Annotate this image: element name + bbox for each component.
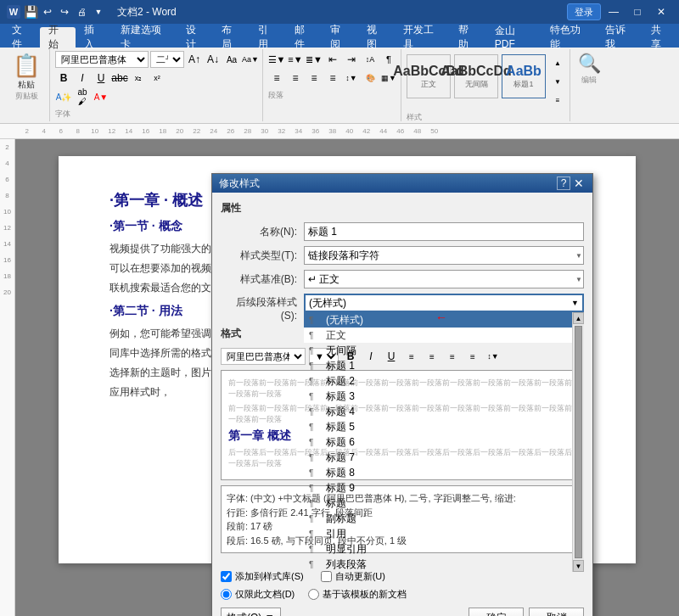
line-spacing-button[interactable]: ↕▼ — [343, 70, 360, 87]
tab-wps[interactable]: 金山PDF — [486, 27, 542, 48]
underline-button[interactable]: U — [93, 70, 109, 87]
dropdown-icon[interactable]: ▼ — [92, 5, 105, 19]
cancel-button[interactable]: 取消 — [529, 608, 584, 616]
style-scroll-up[interactable]: ▲ — [549, 54, 566, 71]
multilevel-button[interactable]: ≣▼ — [306, 51, 323, 68]
increase-indent-button[interactable]: ⇥ — [343, 51, 360, 68]
align-center-button[interactable]: ≡ — [287, 70, 304, 87]
dropdown-item-heading4[interactable]: ¶ 标题 4 — [304, 404, 572, 419]
title-controls: 登录 — □ ✕ — [567, 3, 672, 20]
strikethrough-button[interactable]: abc — [111, 70, 128, 87]
ribbon-tabs: 文件 开始 插入 新建选项卡 设计 布局 引用 邮件 审阅 视图 开发工具 帮助… — [0, 24, 679, 48]
bullets-button[interactable]: ☰▼ — [268, 51, 285, 68]
style-type-select[interactable]: 链接段落和字符 — [304, 246, 584, 265]
auto-update-checkbox[interactable] — [321, 571, 332, 582]
save-icon[interactable]: 💾 — [24, 5, 37, 19]
ok-button[interactable]: 确定 — [469, 608, 524, 616]
dialog-help-button[interactable]: ? — [557, 176, 570, 190]
shading-button[interactable]: 🎨 — [362, 70, 379, 87]
format-large-button[interactable]: 格式(O) ▼ — [221, 608, 281, 616]
document-area[interactable]: ·第一章 · 概述 ·第一节 · 概念 视频提供了功能强大的方法帮助您证明您的观… — [15, 139, 679, 616]
font-name-select[interactable]: 阿里巴巴普惠体 — [55, 51, 149, 68]
decrease-indent-button[interactable]: ⇤ — [324, 51, 341, 68]
properties-section-label: 属性 — [221, 201, 584, 216]
dialog-close-button[interactable]: ✕ — [572, 176, 586, 190]
text-effect-button[interactable]: A✨ — [55, 88, 72, 105]
italic-button[interactable]: I — [74, 70, 91, 87]
maximize-button[interactable]: □ — [626, 3, 648, 20]
align-left-button[interactable]: ≡ — [268, 70, 285, 87]
format-font-select[interactable]: 阿里巴巴普惠体 — [221, 348, 306, 365]
dropdown-item-normal[interactable]: ¶ 正文 ← — [304, 328, 572, 343]
style-heading1[interactable]: AaBb 标题1 — [502, 54, 546, 98]
justify-button[interactable]: ≡ — [324, 70, 341, 87]
login-button[interactable]: 登录 — [567, 3, 601, 20]
tab-home[interactable]: 开始 — [40, 27, 76, 48]
style-scroll-down[interactable]: ▼ — [549, 73, 566, 90]
dropdown-item-no-spacing[interactable]: ¶ 无间隔 — [304, 343, 572, 358]
name-label: 名称(N): — [221, 225, 297, 239]
document-page: ·第一章 · 概述 ·第一节 · 概念 视频提供了功能强大的方法帮助您证明您的观… — [59, 156, 636, 563]
minimize-button[interactable]: — — [603, 3, 625, 20]
tab-tell-me[interactable]: 告诉我 — [597, 27, 643, 48]
tab-special[interactable]: 特色功能 — [542, 27, 597, 48]
search-button[interactable]: 🔍 — [578, 53, 601, 75]
dropdown-item-heading7[interactable]: ¶ 标题 7 — [304, 450, 572, 465]
tab-help[interactable]: 帮助 — [450, 27, 486, 48]
tab-layout[interactable]: 布局 — [213, 27, 250, 48]
superscript-button[interactable]: x² — [149, 70, 166, 87]
paste-button[interactable]: 📋 — [13, 53, 40, 79]
paste-label: 粘贴 — [18, 79, 35, 91]
dropdown-item-list-para[interactable]: ¶ 列表段落 — [304, 557, 572, 572]
undo-icon[interactable]: ↩ — [41, 5, 54, 19]
tab-references[interactable]: 引用 — [250, 27, 286, 48]
font-color-button[interactable]: A▼ — [93, 88, 109, 105]
sort-button[interactable]: ↕A — [362, 51, 379, 68]
dropdown-item-heading3[interactable]: ¶ 标题 3 — [304, 389, 572, 404]
change-case-button[interactable]: Aa▼ — [242, 51, 259, 68]
tab-developer[interactable]: 开发工具 — [395, 27, 450, 48]
tab-review[interactable]: 审阅 — [322, 27, 358, 48]
style-more[interactable]: ≡ — [549, 92, 566, 109]
grow-font-button[interactable]: A↑ — [186, 51, 203, 68]
tab-file[interactable]: 文件 — [3, 27, 40, 48]
next-para-select[interactable]: (无样式) ▼ — [304, 294, 584, 312]
style-no-spacing[interactable]: AaBbCcDd 无间隔 — [454, 54, 498, 98]
dropdown-item-heading8[interactable]: ¶ 标题 8 — [304, 465, 572, 480]
new-from-template-radio[interactable] — [308, 589, 319, 600]
bold-button[interactable]: B — [55, 70, 72, 87]
scroll-up-btn[interactable]: ▲ — [573, 312, 584, 324]
shrink-font-button[interactable]: A↓ — [205, 51, 222, 68]
redo-icon[interactable]: ↪ — [58, 5, 71, 19]
dropdown-item-heading9[interactable]: ¶ 标题 9 — [304, 480, 572, 496]
tab-share[interactable]: 共享 — [643, 27, 679, 48]
tab-view[interactable]: 视图 — [358, 27, 395, 48]
dropdown-item-heading1[interactable]: ¶ 标题 1 — [304, 358, 572, 373]
dropdown-item-quote[interactable]: ¶ 引用 — [304, 526, 572, 541]
style-base-select[interactable]: ↵ 正文 — [304, 270, 584, 288]
numbering-button[interactable]: ≡▼ — [287, 51, 304, 68]
tab-insert[interactable]: 插入 — [76, 27, 112, 48]
dropdown-item-heading5[interactable]: ¶ 标题 5 — [304, 419, 572, 434]
align-right-button[interactable]: ≡ — [306, 70, 323, 87]
add-to-gallery-checkbox[interactable] — [221, 571, 232, 582]
dropdown-item-heading2[interactable]: ¶ 标题 2 — [304, 373, 572, 389]
dropdown-item-prominent-quote[interactable]: ¶ 明显引用 — [304, 541, 572, 557]
only-this-doc-radio[interactable] — [221, 589, 232, 600]
dropdown-item-heading[interactable]: ¶ 标题 — [304, 496, 572, 511]
name-input[interactable] — [304, 222, 584, 241]
highlight-button[interactable]: ab🖌 — [74, 88, 91, 105]
tab-new[interactable]: 新建选项卡 — [112, 27, 177, 48]
heading7-icon: ¶ — [309, 453, 323, 462]
clear-format-button[interactable]: Aa — [223, 51, 240, 68]
tab-mailings[interactable]: 邮件 — [286, 27, 323, 48]
dropdown-item-heading6[interactable]: ¶ 标题 6 — [304, 434, 572, 450]
tab-design[interactable]: 设计 — [177, 27, 214, 48]
scroll-down-btn[interactable]: ▼ — [573, 560, 584, 572]
font-size-select[interactable]: 二号 — [150, 51, 184, 68]
quick-print-icon[interactable]: 🖨 — [75, 5, 88, 19]
subscript-button[interactable]: x₂ — [130, 70, 147, 87]
dropdown-item-sub-heading[interactable]: ¶ 副标题 — [304, 511, 572, 526]
close-button[interactable]: ✕ — [650, 3, 672, 20]
scroll-thumb[interactable] — [575, 326, 582, 558]
